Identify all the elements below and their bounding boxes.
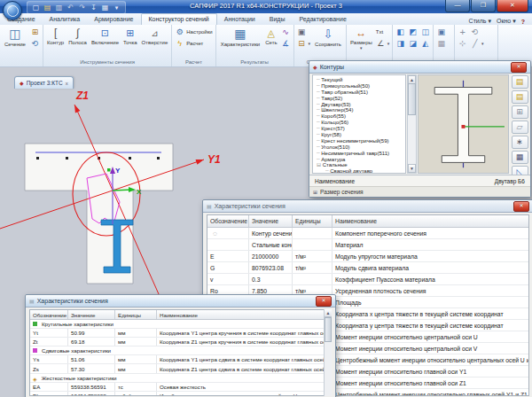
props1-titlebar[interactable]: ▤ Характеристики сечения ✕ — [203, 200, 532, 213]
tree-item-Уголок(510)[interactable]: ┄ Уголок(510) — [313, 144, 405, 151]
tree-item-Несимметричный тавр(511)[interactable]: ┄ Несимметричный тавр(511) — [313, 151, 405, 157]
tree-item-Стальные[interactable]: ⊟ Стальные — [313, 162, 405, 168]
table-row[interactable]: Стальные конструкцииМатериал — [207, 239, 528, 251]
column-header-Обозначение[interactable]: Обозначение — [207, 215, 249, 227]
contours-tree-scrollbar[interactable]: ▲ ▼ — [407, 74, 417, 174]
ribbon-tab-Аналитика[interactable]: Аналитика — [43, 14, 88, 25]
table-row[interactable]: Zt69.18ммКоордината Z1 центра кручения в… — [30, 338, 324, 346]
menu-item-?[interactable]: ? — [521, 19, 525, 25]
ribbon-tab-Редактирование[interactable]: Редактирование — [292, 14, 353, 25]
props2-titlebar[interactable]: ▤ Характеристики сечения ✕ — [26, 295, 335, 307]
menu-item-Стиль[interactable]: Стиль ▾ — [469, 18, 491, 25]
column-header-Единицы[interactable]: Единицы — [293, 215, 332, 227]
Сохранить-button[interactable]: ⇩Сохранить — [313, 26, 343, 48]
dropdown-arrow-icon[interactable]: ▾ — [481, 41, 484, 46]
scroll-up-icon[interactable]: ▲ — [325, 309, 332, 317]
Отверстие-button[interactable]: ⊿Отверстие — [141, 26, 169, 46]
tree-item-Короб(55)[interactable]: ┄ Короб(55) — [313, 113, 405, 120]
tree-item-Тавр(52)[interactable]: ┄ Тавр(52) — [313, 96, 405, 102]
Размеры-button[interactable]: ↔Размеры▾ — [349, 26, 373, 51]
Сеть-button[interactable]: ◬Сеть — [264, 26, 278, 46]
contour-name-value[interactable]: Двутавр Б6 — [495, 178, 525, 184]
Txt-button[interactable]: Txt — [376, 27, 390, 37]
tree-item-Кольцо(56)[interactable]: ┄ Кольцо(56) — [313, 120, 405, 126]
Характеристики-button[interactable]: ▦Характеристики — [219, 26, 262, 48]
table-row[interactable]: v0.3Коэффициент Пуассона материала — [207, 274, 528, 285]
scroll-down-icon[interactable]: ▼ — [408, 164, 416, 173]
block-create-icon-button[interactable]: ▣ — [436, 27, 446, 37]
mirror-line-icon-button[interactable]: ╱▾ — [470, 38, 484, 49]
app-logo-icon[interactable] — [3, 1, 22, 20]
align-icon-button[interactable]: ⊹ — [458, 38, 467, 49]
ribbon-tab-Конструктор сечений[interactable]: Конструктор сечений — [141, 13, 217, 25]
geo-intersect-icon-button[interactable]: ◫ — [420, 27, 430, 37]
ribbon-tab-Армирование[interactable]: Армирование — [87, 14, 140, 25]
tree-item-Швеллер(54)[interactable]: ┄ Швеллер(54) — [313, 107, 405, 113]
table-row[interactable]: EA559338.56591тсОсевая жесткость — [30, 383, 324, 392]
geo-union-icon-button[interactable]: ◩ — [408, 27, 418, 37]
ribbon-tab-Аннотации[interactable]: Аннотации — [217, 14, 262, 25]
tree-item-Круг(58)[interactable]: ┄ Круг(58) — [313, 132, 405, 138]
minimize-button[interactable]: — — [445, 0, 470, 12]
graph-icon-button[interactable]: ∿ — [281, 27, 291, 37]
mesh-contour-icon[interactable]: ∗ — [512, 136, 528, 149]
Точка-button[interactable]: ⊞Точка — [122, 26, 138, 46]
tree-item-Сварной двутавр[interactable]: ┄ Сварной двутавр — [313, 168, 405, 174]
column-header-Единицы[interactable]: Единицы — [115, 310, 157, 319]
scroll-thumb[interactable] — [408, 83, 416, 115]
axes-icon-button[interactable]: ∡ — [281, 38, 291, 49]
tree-item-Крест несимметричный(59)[interactable]: ┄ Крест несимметричный(59) — [313, 138, 405, 144]
maximize-button[interactable]: ❐ — [471, 0, 496, 12]
table-row[interactable]: ◈Жесткостные характеристики — [30, 374, 324, 383]
Расчет-button[interactable]: ϟРасчет — [175, 38, 212, 49]
table-row[interactable]: Сдвиговые характеристики — [30, 346, 324, 355]
Настройки-button[interactable]: ⚙Настройки — [175, 27, 212, 37]
table-row[interactable]: G8076923.08т/м²Модуль сдвига материала — [207, 262, 528, 274]
t-section-outline[interactable] — [25, 144, 173, 284]
geo-subtract-icon-button[interactable]: ◪ — [408, 38, 418, 49]
tree-item-Текущий[interactable]: ┄ Текущий — [313, 77, 405, 83]
paste-section-icon-button[interactable]: ⊞ — [30, 27, 40, 37]
size-group-row[interactable]: ⊞ Размер сечения — [309, 186, 530, 197]
table-row[interactable]: ◌Контур сеченияКомпонент поперечного сеч… — [207, 228, 528, 239]
table-row[interactable]: Zs57.30ммКоордината Z1 центра сдвига в с… — [30, 364, 324, 373]
rotate-icon-button[interactable]: ⟲ — [470, 27, 484, 37]
box-contour-icon[interactable]: ▱ — [512, 121, 528, 134]
add-contour-icon[interactable]: ▤ — [512, 75, 528, 89]
close-button[interactable]: ✕ — [497, 0, 528, 12]
block-explode-icon-button[interactable]: ▦ — [436, 38, 446, 49]
scroll-thumb[interactable] — [325, 317, 332, 342]
geo-edit-icon-button[interactable]: ◭ — [420, 38, 430, 49]
tree-item-Арматура[interactable]: ┄ Арматура — [313, 157, 405, 163]
column-header-Значение[interactable]: Значение — [249, 215, 293, 227]
table-row[interactable]: Ys51.06ммКоордината Y1 центра сдвига в с… — [30, 355, 324, 364]
column-header-Наименование[interactable]: Наименование — [332, 215, 528, 227]
expand-icon[interactable]: ⊞ — [313, 189, 317, 195]
rotate-section-icon-button[interactable]: ⟲ — [30, 38, 40, 49]
camera-icon-button[interactable]: ▣ — [297, 27, 311, 37]
menu-item-Окно[interactable]: Окно ▾ — [497, 18, 516, 25]
copy-contour-icon[interactable]: ▤ — [512, 90, 528, 104]
Сечение-button[interactable]: ◫Сечение — [3, 26, 27, 48]
table-row[interactable]: Крутильные характеристики — [30, 320, 324, 329]
column-header-Наименование[interactable]: Наименование — [157, 310, 324, 319]
angle-icon-button[interactable]: ∠▾ — [376, 38, 390, 49]
dropdown-arrow-icon[interactable]: ▾ — [387, 41, 390, 46]
tree-item-Крест(57)[interactable]: ┄ Крест(57) — [313, 126, 405, 132]
tree-item-Тавр обратный(51)[interactable]: ┄ Тавр обратный(51) — [313, 90, 405, 96]
geo-cut-icon-button[interactable]: ◨ — [395, 38, 405, 49]
cube-icon-button[interactable]: ⊟▾ — [297, 38, 311, 49]
tree-item-Двутавр(53)[interactable]: ┄ Двутавр(53) — [313, 102, 405, 108]
table-row[interactable]: E21000000т/м²Модуль упругости материала — [207, 251, 528, 262]
image-contour-icon[interactable]: ▦ — [512, 151, 528, 164]
table-row[interactable]: EIu10494.798302тс*м²Изгибная жесткость о… — [30, 392, 324, 396]
contours-titlebar[interactable]: ◆ Контуры ✕ — [309, 61, 530, 74]
Контур-button[interactable]: [Контур — [46, 26, 65, 46]
table-row[interactable]: Yt50.99ммКоордината Y1 центра кручения в… — [30, 329, 324, 338]
dropdown-arrow-icon[interactable]: ▾ — [360, 45, 363, 51]
Полоса-button[interactable]: ∫Полоса — [67, 26, 88, 46]
props1-close-button[interactable]: ✕ — [513, 201, 529, 212]
ribbon-tab-Виды[interactable]: Виды — [262, 14, 293, 25]
geo-extrude-icon-button[interactable]: ◧ — [395, 27, 405, 37]
props2-scrollbar[interactable]: ▲ — [324, 309, 332, 396]
